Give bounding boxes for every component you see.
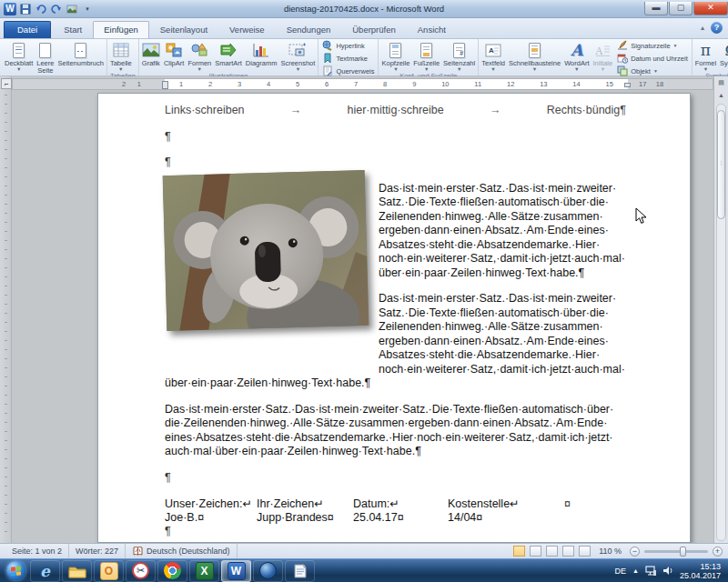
equation-pi-icon: π	[701, 41, 711, 59]
tab-sendungen[interactable]: Sendungen	[276, 21, 342, 38]
scrollbar-track[interactable]	[716, 104, 726, 541]
clipart-button[interactable]: ClipArt	[162, 40, 187, 72]
minimize-button[interactable]: ▬	[644, 2, 668, 15]
ruler-left-margin: 2 1	[98, 79, 165, 89]
svg-text:A: A	[595, 45, 603, 57]
tray-clock[interactable]: 15:13 25.04.2017	[680, 562, 721, 580]
tabelle-button[interactable]: Tabelle▼	[108, 40, 134, 72]
vertical-ruler[interactable]: ⌐	[0, 76, 12, 543]
group-tabellen: Tabelle▼ Tabellen	[107, 39, 139, 75]
signaturzeile-button[interactable]: Signaturzeile▼	[617, 40, 688, 51]
language-indicator[interactable]: DE	[615, 567, 627, 576]
right-indent-marker[interactable]	[624, 83, 631, 87]
zoom-slider[interactable]	[644, 550, 708, 553]
deckblatt-button[interactable]: Deckblatt▼	[3, 40, 35, 75]
tab-ueberpruefen[interactable]: Überprüfen	[341, 21, 407, 38]
objekt-button[interactable]: Objekt▼	[617, 65, 688, 76]
taskbar-notepad[interactable]	[285, 560, 315, 582]
scroll-up-icon[interactable]: ▲	[714, 89, 728, 102]
initiale-button[interactable]: A Initiale▼	[592, 40, 615, 76]
document-page[interactable]: Links·​schreiben → hier·​mittig·​schreib…	[97, 93, 691, 543]
picture-icon	[142, 41, 160, 59]
page-count-status[interactable]: Seite: 1 von 2	[5, 544, 69, 558]
schnellbausteine-button[interactable]: Schnellbausteine▼	[507, 40, 562, 76]
grafik-button[interactable]: Grafik	[140, 40, 162, 72]
ruler-toggle-icon[interactable]: ▤	[714, 76, 728, 89]
group-symbole: π Formel▼ Ω Symbol▼ Symbole	[693, 39, 728, 75]
querverweis-button[interactable]: Querverweis	[322, 65, 374, 76]
taskbar-outlook[interactable]: O	[94, 560, 124, 582]
close-button[interactable]: ✕	[693, 2, 728, 15]
tab-datei[interactable]: Datei	[4, 21, 51, 38]
zoom-level[interactable]: 110 %	[599, 547, 622, 556]
taskbar-app-sphere[interactable]	[253, 560, 283, 582]
web-layout-view-icon[interactable]	[546, 546, 558, 557]
fullscreen-reading-view-icon[interactable]	[530, 546, 541, 557]
leere-seite-button[interactable]: Leere Seite	[35, 40, 56, 75]
help-icon[interactable]: ?	[711, 22, 723, 34]
taskbar-snipping-tool[interactable]: ✂	[126, 560, 156, 582]
tab-seitenlayout[interactable]: Seitenlayout	[149, 21, 218, 38]
tab-einfuegen[interactable]: Einfügen	[93, 21, 149, 38]
symbol-button[interactable]: Ω Symbol▼	[718, 40, 728, 72]
group-seiten: Deckblatt▼ Leere Seite Seitenumbruch Sei…	[2, 39, 107, 75]
textfeld-button[interactable]: A Textfeld▼	[480, 40, 507, 76]
tab-ansicht[interactable]: Ansicht	[407, 21, 457, 38]
left-indent-marker[interactable]	[162, 81, 168, 89]
taskbar-word-active[interactable]: W	[221, 560, 251, 582]
title-bar: W ▾ dienstag-20170425.docx - Microsoft W…	[0, 0, 728, 18]
left-aligned-text: Links·​schreiben	[165, 104, 245, 118]
scrollbar-thumb[interactable]	[717, 110, 725, 219]
taskbar-windows-explorer[interactable]	[62, 560, 92, 582]
tab-verweise[interactable]: Verweise	[218, 21, 276, 38]
screenshot-icon	[288, 41, 307, 59]
koala-image[interactable]	[163, 169, 369, 330]
draft-view-icon[interactable]	[579, 546, 591, 557]
language-status[interactable]: Deutsch (Deutschland)	[126, 544, 238, 558]
datum-uhrzeit-button[interactable]: Datum und Uhrzeit	[617, 53, 688, 64]
taskbar-excel[interactable]: X	[189, 560, 219, 582]
shapes-icon	[191, 41, 207, 59]
tray-date: 25.04.2017	[680, 571, 721, 580]
horizontal-ruler[interactable]: 2 1 123456789101112131415 17 18	[12, 78, 713, 90]
group-hyperlinks: Hyperlink Textmarke Querverweis Hyperlin…	[318, 39, 379, 75]
quick-parts-icon	[529, 41, 541, 59]
fusszeile-button[interactable]: Fußzeile▼	[411, 40, 441, 72]
tab-arrow-1: →	[245, 104, 348, 118]
seitenumbruch-button[interactable]: Seitenumbruch	[56, 40, 105, 75]
tab-selector[interactable]: ⌐	[1, 78, 12, 89]
minimize-ribbon-icon[interactable]: ▴	[701, 24, 704, 32]
smartart-button[interactable]: SmartArt	[213, 40, 244, 72]
outline-view-icon[interactable]	[562, 546, 574, 557]
kopfzeile-button[interactable]: Kopfzeile▼	[379, 40, 411, 72]
zoom-slider-thumb[interactable]	[680, 547, 686, 557]
svg-text:A: A	[489, 46, 494, 55]
volume-icon[interactable]	[662, 566, 673, 577]
windows-orb-icon	[6, 561, 25, 580]
tray-expand-icon[interactable]: ▲	[632, 567, 639, 574]
zoom-out-button[interactable]: −	[630, 547, 640, 557]
taskbar-internet-explorer[interactable]: e	[30, 560, 60, 582]
formel-button[interactable]: π Formel▼	[693, 40, 718, 72]
diagramm-button[interactable]: Diagramm	[244, 40, 279, 72]
maximize-button[interactable]: ▢	[669, 2, 693, 15]
start-button[interactable]	[2, 560, 29, 582]
wordart-button[interactable]: A WordArt▼	[562, 40, 591, 76]
system-tray: DE ▲ 15:13 25.04.2017	[615, 562, 728, 580]
hyperlink-button[interactable]: Hyperlink	[322, 40, 374, 51]
tab-start[interactable]: Start	[53, 21, 93, 38]
seitenzahl-button[interactable]: # Seitenzahl▼	[441, 40, 477, 72]
textmarke-button[interactable]: Textmarke	[322, 53, 374, 64]
taskbar-chrome[interactable]	[157, 560, 187, 582]
network-icon[interactable]	[645, 566, 656, 577]
print-layout-view-icon[interactable]	[513, 546, 525, 557]
word-count-status[interactable]: Wörter: 227	[69, 544, 126, 558]
vertical-scrollbar[interactable]: ▤ ▲	[713, 76, 728, 543]
cross-reference-icon	[322, 65, 333, 76]
text-box-icon: A	[485, 41, 501, 59]
empty-paragraph-mark: ¶	[165, 130, 626, 145]
zoom-in-button[interactable]: +	[713, 547, 723, 557]
formen-button[interactable]: Formen▼	[186, 40, 213, 72]
table-cell: Ihr·​Zeichen↵ Jupp·​Brandes¤	[257, 497, 353, 525]
screenshot-button[interactable]: Screenshot▼	[278, 40, 317, 72]
